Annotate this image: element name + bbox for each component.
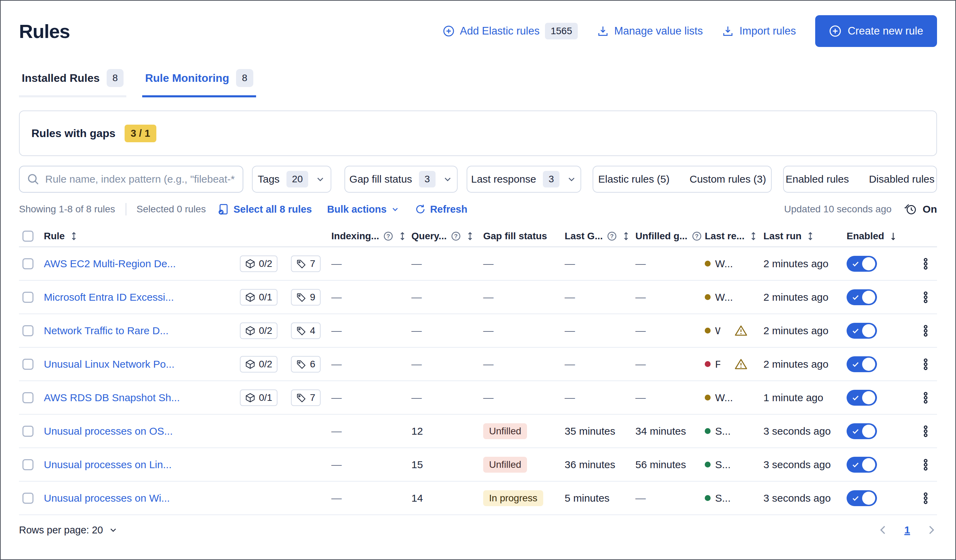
integrations-badge[interactable]: 0/2 <box>240 356 277 373</box>
refresh-button[interactable]: Refresh <box>415 204 467 215</box>
row-actions-menu-button[interactable] <box>914 258 937 270</box>
custom-rules-filter[interactable]: Custom rules (3) <box>690 173 766 185</box>
row-actions-menu-button[interactable] <box>914 492 937 504</box>
row-checkbox[interactable] <box>22 426 33 437</box>
tags-count-badge[interactable]: 7 <box>291 389 321 406</box>
rule-enabled-toggle[interactable] <box>847 390 877 406</box>
refresh-icon <box>415 204 426 215</box>
select-all-checkbox[interactable] <box>22 231 33 242</box>
column-header-rule[interactable]: Rule <box>44 231 331 242</box>
next-page-button[interactable] <box>925 524 937 536</box>
row-actions-menu-button[interactable] <box>914 291 937 304</box>
row-actions-menu-button[interactable] <box>914 425 937 437</box>
rule-enabled-toggle[interactable] <box>847 356 877 372</box>
add-elastic-rules-button[interactable]: Add Elastic rules 1565 <box>443 23 578 39</box>
column-header-last-run[interactable]: Last run <box>763 231 847 242</box>
tags-count-badge[interactable]: 4 <box>291 322 321 339</box>
row-checkbox[interactable] <box>22 258 33 269</box>
rule-name-link[interactable]: AWS RDS DB Snapshot Sh... <box>44 392 180 404</box>
auto-refresh-toggle[interactable]: On <box>904 202 937 216</box>
search-input[interactable] <box>44 173 236 186</box>
pagination: 1 <box>877 524 937 536</box>
rule-enabled-toggle[interactable] <box>847 423 877 439</box>
import-rules-button[interactable]: Import rules <box>722 25 796 37</box>
tags-count-badge[interactable]: 6 <box>291 356 321 373</box>
row-actions-menu-button[interactable] <box>914 392 937 404</box>
last-response-filter-count: 3 <box>543 171 560 187</box>
row-checkbox[interactable] <box>22 359 33 370</box>
rule-name-link[interactable]: AWS EC2 Multi-Region De... <box>44 258 176 270</box>
table-row: Unusual processes on OS...—12Unfilled35 … <box>19 415 937 448</box>
create-new-rule-button[interactable]: Create new rule <box>815 15 937 47</box>
rules-with-gaps-panel: Rules with gaps 3 / 1 <box>19 110 937 156</box>
table-row: Microsoft Entra ID Excessi...0/19—————W.… <box>19 281 937 314</box>
disabled-rules-filter[interactable]: Disabled rules <box>869 173 935 185</box>
last-response-filter-button[interactable]: Last response 3 <box>467 166 581 193</box>
toggle-knob <box>862 391 875 404</box>
rule-enabled-toggle[interactable] <box>847 490 877 506</box>
column-header-unfilled-g[interactable]: Unfilled g...? <box>635 231 705 242</box>
column-header-query[interactable]: Query...? <box>411 231 483 242</box>
query-total: — <box>411 359 422 370</box>
column-header-gap-fill-status[interactable]: Gap fill status <box>483 231 564 242</box>
table-row: Unusual processes on Wi...—14In progress… <box>19 481 937 515</box>
tags-filter-button[interactable]: Tags 20 <box>252 166 331 193</box>
rule-name-link[interactable]: Unusual Linux Network Po... <box>44 359 175 370</box>
help-icon[interactable]: ? <box>692 231 702 241</box>
warning-triangle-icon[interactable] <box>734 324 748 337</box>
rule-enabled-toggle[interactable] <box>847 256 877 272</box>
integrations-badge[interactable]: 0/1 <box>240 389 277 406</box>
rule-name-link[interactable]: Network Traffic to Rare D... <box>44 325 168 337</box>
row-actions-menu-button[interactable] <box>914 324 937 337</box>
tags-count-badge[interactable]: 7 <box>291 255 321 272</box>
warning-triangle-icon[interactable] <box>734 358 748 371</box>
last-run-value: 2 minutes ago <box>763 258 828 270</box>
column-label: Query... <box>411 231 447 242</box>
integrations-badge[interactable]: 0/2 <box>240 255 277 272</box>
toggle-knob <box>862 324 875 337</box>
gap-fill-status-filter-button[interactable]: Gap fill status 3 <box>344 166 458 193</box>
integrations-badge[interactable]: 0/2 <box>240 322 277 339</box>
chevron-down-icon <box>108 525 118 535</box>
column-header-enabled[interactable]: Enabled <box>847 231 914 242</box>
rule-enabled-toggle[interactable] <box>847 323 877 339</box>
tags-filter-label: Tags <box>258 173 280 185</box>
elastic-rules-filter[interactable]: Elastic rules (5) <box>598 173 670 185</box>
row-actions-menu-button[interactable] <box>914 358 937 370</box>
previous-page-button[interactable] <box>877 524 889 536</box>
rule-enabled-toggle[interactable] <box>847 457 877 473</box>
row-actions-menu-button[interactable] <box>914 458 937 471</box>
bulk-actions-button[interactable]: Bulk actions <box>327 204 399 215</box>
rule-enabled-toggle[interactable] <box>847 289 877 305</box>
rule-name-link[interactable]: Unusual processes on OS... <box>44 425 173 437</box>
page-number[interactable]: 1 <box>904 524 910 536</box>
last-run-value: 2 minutes ago <box>763 291 828 303</box>
manage-value-lists-button[interactable]: Manage value lists <box>597 25 703 37</box>
table-body: AWS EC2 Multi-Region De...0/27—————W...2… <box>19 247 937 515</box>
help-icon[interactable]: ? <box>383 231 393 241</box>
rows-per-page-button[interactable]: Rows per page: 20 <box>19 524 118 536</box>
enabled-rules-filter[interactable]: Enabled rules <box>786 173 849 185</box>
status-dot <box>705 462 711 467</box>
row-checkbox[interactable] <box>22 292 33 303</box>
rule-name-link[interactable]: Microsoft Entra ID Excessi... <box>44 291 174 303</box>
tab-rule-monitoring[interactable]: Rule Monitoring 8 <box>142 69 256 98</box>
row-checkbox[interactable] <box>22 459 33 470</box>
column-header-last-re[interactable]: Last re... <box>705 231 763 242</box>
gap-fill-status-filter-label: Gap fill status <box>349 173 412 185</box>
rule-name-link[interactable]: Unusual processes on Wi... <box>44 492 170 504</box>
tags-count-badge[interactable]: 9 <box>291 289 321 305</box>
column-header-last-g[interactable]: Last G...? <box>564 231 635 242</box>
unfilled-gap-value: 56 minutes <box>635 459 686 470</box>
selected-count-text: Selected 0 rules <box>137 204 206 215</box>
tab-installed-rules[interactable]: Installed Rules 8 <box>19 69 126 98</box>
rule-name-link[interactable]: Unusual processes on Lin... <box>44 459 171 470</box>
select-all-rules-button[interactable]: Select all 8 rules <box>217 203 312 215</box>
help-icon[interactable]: ? <box>607 231 617 241</box>
help-icon[interactable]: ? <box>451 231 461 241</box>
row-checkbox[interactable] <box>22 392 33 403</box>
row-checkbox[interactable] <box>22 493 33 504</box>
row-checkbox[interactable] <box>22 325 33 336</box>
column-header-indexing[interactable]: Indexing...? <box>331 231 411 242</box>
integrations-badge[interactable]: 0/1 <box>240 289 277 305</box>
